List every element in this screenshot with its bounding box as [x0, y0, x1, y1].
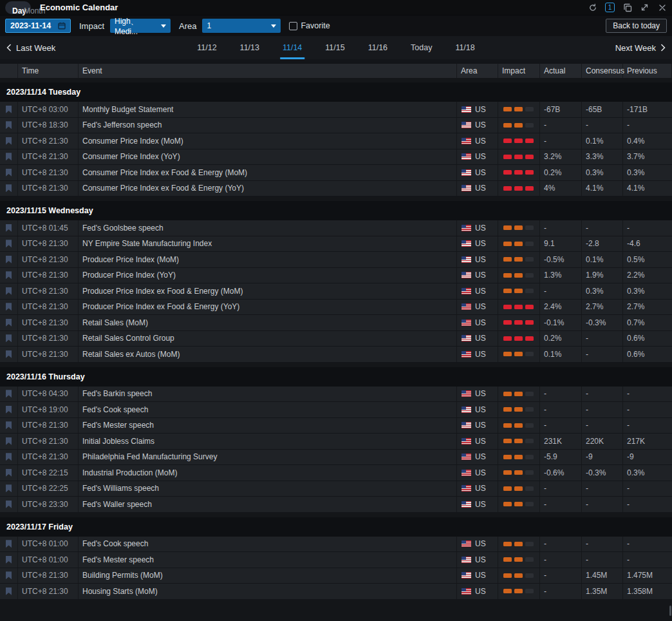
bookmark-icon[interactable]	[6, 169, 12, 177]
event-row[interactable]: UTC+8 21:30Retail Sales ex Autos (MoM)US…	[0, 347, 672, 363]
bookmark-icon[interactable]	[6, 501, 12, 508]
bookmark-icon[interactable]	[6, 240, 12, 247]
event-row[interactable]: UTC+8 19:00Fed's Cook speechUS---	[0, 402, 672, 418]
event-row[interactable]: UTC+8 04:30Fed's Barkin speechUS---	[0, 387, 672, 403]
consensus-value: 1.9%	[582, 268, 623, 283]
bookmark-icon[interactable]	[6, 334, 12, 342]
next-week-button[interactable]: Next Week	[615, 43, 666, 53]
event-row[interactable]: UTC+8 21:30Producer Price Index ex Food …	[0, 283, 672, 300]
bookmark-icon[interactable]	[6, 484, 12, 492]
expand-icon[interactable]	[640, 3, 649, 12]
event-row[interactable]: UTC+8 21:30Housing Starts (MoM)US-1.35M1…	[0, 584, 672, 600]
week-tab-11-18[interactable]: 11/18	[443, 36, 486, 59]
event-row[interactable]: UTC+8 21:30Producer Price Index ex Food …	[0, 300, 672, 316]
week-tab-11-13[interactable]: 11/13	[229, 36, 271, 59]
event-name: Consumer Price Index (MoM)	[79, 133, 457, 149]
us-flag-icon	[462, 272, 471, 278]
consensus-value: -	[582, 402, 623, 417]
bookmark-icon[interactable]	[6, 137, 12, 145]
bookmark-icon[interactable]	[6, 256, 12, 263]
bookmark-icon[interactable]	[6, 588, 12, 595]
event-row[interactable]: UTC+8 21:30NY Empire State Manufacturing…	[0, 236, 672, 253]
bookmark-icon[interactable]	[6, 287, 12, 295]
event-row[interactable]: UTC+8 22:25Fed's Williams speechUS---	[0, 481, 672, 497]
bookmark-icon[interactable]	[6, 421, 12, 429]
impact-segment	[514, 170, 523, 175]
event-row[interactable]: UTC+8 21:30Consumer Price Index ex Food …	[0, 165, 672, 181]
area-select[interactable]: 1	[202, 19, 281, 33]
consensus-value: 220K	[582, 434, 623, 449]
event-row[interactable]: UTC+8 21:30Retail Sales (MoM)US-0.1%-0.3…	[0, 315, 672, 331]
impact-segment	[525, 486, 534, 491]
bookmark-icon[interactable]	[6, 540, 12, 548]
actual-value: -	[540, 584, 582, 599]
event-name: Philadelphia Fed Manufacturing Survey	[79, 450, 457, 465]
favorite-filter[interactable]: Favorite	[289, 21, 330, 30]
impact-segment	[525, 225, 534, 230]
refresh-icon[interactable]	[588, 3, 597, 12]
impact-segment	[514, 589, 523, 593]
event-row[interactable]: UTC+8 21:30Philadelphia Fed Manufacturin…	[0, 450, 672, 466]
event-row[interactable]: UTC+8 18:30Fed's Jefferson speechUS---	[0, 118, 672, 134]
date-picker[interactable]: 2023-11-14	[5, 19, 71, 33]
bookmark-icon[interactable]	[6, 106, 12, 113]
bookmark-icon[interactable]	[6, 350, 12, 358]
bookmark-icon[interactable]	[6, 303, 12, 310]
back-to-today-button[interactable]: Back to today	[606, 19, 667, 33]
event-row[interactable]: UTC+8 21:30Initial Jobless ClaimsUS231K2…	[0, 434, 672, 450]
event-row[interactable]: UTC+8 01:00Fed's Cook speechUS---	[0, 537, 672, 553]
bookmark-icon[interactable]	[6, 271, 12, 279]
event-name: Consumer Price Index (YoY)	[79, 149, 457, 165]
day-month-toggle[interactable]: Day Month	[5, 1, 31, 14]
event-row[interactable]: UTC+8 21:30Consumer Price Index (YoY)US3…	[0, 149, 672, 166]
bookmark-icon[interactable]	[6, 437, 12, 445]
week-tab-today[interactable]: Today	[399, 36, 443, 59]
impact-segment	[514, 486, 523, 491]
bookmark-icon[interactable]	[6, 571, 12, 579]
week-tab-11-15[interactable]: 11/15	[313, 36, 356, 59]
event-row[interactable]: UTC+8 21:30Consumer Price Index (MoM)US-…	[0, 133, 672, 149]
bookmark-icon[interactable]	[6, 406, 12, 414]
toggle-day[interactable]: Day	[6, 5, 18, 10]
impact-cell	[498, 418, 540, 434]
workspace-indicator[interactable]: 1	[605, 3, 615, 12]
week-tab-11-16[interactable]: 11/16	[357, 36, 399, 59]
bookmark-icon[interactable]	[6, 184, 12, 192]
impact-select[interactable]: High、Medi...	[110, 19, 171, 33]
bookmark-cell	[0, 331, 18, 347]
bookmark-icon[interactable]	[6, 121, 12, 129]
bookmark-cell	[0, 402, 18, 417]
week-tab-11-12[interactable]: 11/12	[185, 36, 228, 59]
consensus-value: 1.35M	[582, 584, 623, 599]
favorite-checkbox[interactable]	[289, 22, 297, 30]
impact-bar	[503, 289, 534, 293]
bookmark-icon[interactable]	[6, 224, 12, 232]
event-row[interactable]: UTC+8 23:30Fed's Waller speechUS---	[0, 497, 672, 513]
event-row[interactable]: UTC+8 01:45Fed's Goolsbee speechUS---	[0, 220, 672, 236]
us-flag-icon	[462, 406, 471, 413]
bookmark-icon[interactable]	[6, 469, 12, 477]
event-row[interactable]: UTC+8 21:30Producer Price Index (YoY)US1…	[0, 268, 672, 284]
event-row[interactable]: UTC+8 01:00Fed's Mester speechUS---	[0, 552, 672, 568]
event-row[interactable]: UTC+8 22:15Industrial Production (MoM)US…	[0, 465, 672, 481]
event-row[interactable]: UTC+8 21:30Retail Sales Control GroupUS0…	[0, 331, 672, 347]
week-tab-11-14[interactable]: 11/14	[271, 36, 313, 59]
bookmark-icon[interactable]	[6, 556, 12, 564]
event-row[interactable]: UTC+8 03:00Monthly Budget StatementUS-67…	[0, 102, 672, 118]
duplicate-icon[interactable]	[622, 3, 632, 12]
event-row[interactable]: UTC+8 21:30Producer Price Index (MoM)US-…	[0, 252, 672, 268]
event-name: Fed's Williams speech	[79, 481, 457, 497]
last-week-button[interactable]: Last Week	[6, 43, 55, 53]
event-row[interactable]: UTC+8 21:30Consumer Price Index ex Food …	[0, 181, 672, 197]
scrollbar-thumb[interactable]	[669, 606, 671, 616]
bookmark-icon[interactable]	[6, 319, 12, 327]
bookmark-icon[interactable]	[6, 453, 12, 461]
event-time: UTC+8 23:30	[18, 497, 79, 512]
event-row[interactable]: UTC+8 21:30Fed's Mester speechUS---	[0, 418, 672, 434]
bookmark-icon[interactable]	[6, 153, 12, 160]
close-icon[interactable]	[657, 3, 667, 12]
event-row[interactable]: UTC+8 21:30Building Permits (MoM)US-1.45…	[0, 568, 672, 584]
page-title: Economic Calendar	[40, 3, 118, 12]
bookmark-icon[interactable]	[6, 390, 12, 397]
toggle-month[interactable]: Month	[18, 5, 30, 10]
